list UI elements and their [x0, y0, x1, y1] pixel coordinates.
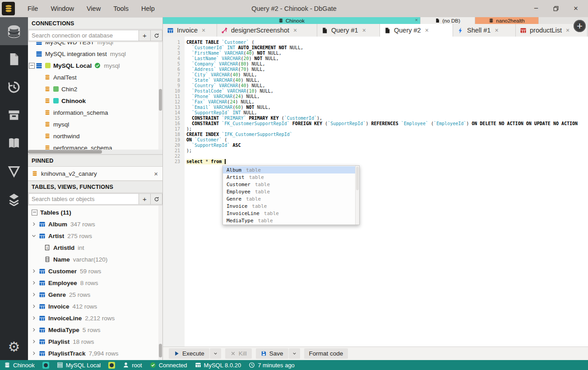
- tab-group--no-db-[interactable]: (no DB): [421, 17, 475, 24]
- close-tab-icon[interactable]: ×: [293, 27, 297, 34]
- tables-group-row[interactable]: Tables (11): [28, 206, 162, 218]
- unpin-close-icon[interactable]: ×: [154, 170, 158, 178]
- menu-view[interactable]: View: [82, 3, 105, 14]
- chevron-down-icon[interactable]: [31, 233, 37, 239]
- close-group-icon[interactable]: ×: [415, 17, 418, 23]
- statusbar-chinook[interactable]: Chinook: [4, 362, 35, 369]
- format-code-button[interactable]: Format code: [304, 348, 348, 359]
- menu-tools[interactable]: Tools: [109, 3, 133, 14]
- tab-group-chinook[interactable]: Chinook×: [163, 17, 421, 24]
- close-button[interactable]: ×: [572, 5, 580, 13]
- connections-search-input[interactable]: [28, 30, 139, 41]
- tab-group-nano2health[interactable]: nano2health: [475, 17, 539, 24]
- statusbar-connected[interactable]: Connected: [150, 362, 187, 369]
- restore-button[interactable]: [552, 5, 560, 13]
- table-customer[interactable]: Customer59 rows: [28, 265, 162, 277]
- statusbar-root[interactable]: root: [123, 362, 142, 369]
- close-tab-icon[interactable]: ×: [425, 27, 429, 34]
- table-playlisttrack[interactable]: PlaylistTrack7,994 rows: [28, 347, 162, 359]
- execute-button[interactable]: Execute: [169, 348, 209, 359]
- statusbar-7-minutes-ago[interactable]: 7 minutes ago: [249, 362, 295, 369]
- close-tab-icon[interactable]: ×: [566, 27, 569, 34]
- refresh-connections-button[interactable]: [151, 30, 162, 41]
- close-tab-icon[interactable]: ×: [495, 27, 498, 34]
- tab-shell-1[interactable]: Shell #1×: [453, 24, 516, 37]
- chevron-right-icon[interactable]: [31, 351, 37, 356]
- chevron-right-icon[interactable]: [31, 327, 37, 333]
- rail-book-icon[interactable]: [0, 129, 28, 157]
- collapse-box[interactable]: [32, 210, 37, 215]
- menu-window[interactable]: Window: [46, 3, 79, 14]
- chevron-right-icon[interactable]: [31, 315, 37, 321]
- autocomplete-item-invoiceline[interactable]: InvoiceLinetable: [223, 210, 359, 217]
- tab-query-1[interactable]: Query #1×: [317, 24, 380, 37]
- column-artistid[interactable]: 1ArtistIdint: [28, 242, 162, 253]
- connections-vscrollbar[interactable]: [158, 42, 162, 150]
- autocomplete-item-album[interactable]: Albumtable: [223, 166, 359, 173]
- add-table-button[interactable]: +: [139, 193, 151, 205]
- tab-query-2[interactable]: Query #2×: [380, 24, 453, 37]
- menu-help[interactable]: Help: [137, 3, 159, 14]
- collapse-box[interactable]: [28, 63, 36, 69]
- add-connection-button[interactable]: +: [139, 30, 151, 41]
- rail-database-icon[interactable]: [0, 17, 28, 45]
- autocomplete-scrollbar[interactable]: [355, 166, 359, 225]
- database-northwind[interactable]: northwind: [28, 130, 162, 142]
- database-chin2[interactable]: Chin2: [28, 83, 162, 95]
- database-analtest[interactable]: AnalTest: [28, 71, 162, 83]
- statusbar-color-swatch[interactable]: [42, 362, 49, 369]
- statusbar-mysql-local[interactable]: MySQL Local: [57, 362, 101, 369]
- rail-history-icon[interactable]: [0, 73, 28, 101]
- save-button[interactable]: Save: [256, 348, 288, 359]
- connections-hscrollbar[interactable]: [28, 150, 162, 155]
- new-tab-button[interactable]: +: [574, 20, 586, 32]
- column-name[interactable]: Namevarchar(120): [28, 253, 162, 265]
- table-genre[interactable]: Genre25 rows: [28, 289, 162, 300]
- close-tab-icon[interactable]: ×: [362, 27, 366, 34]
- close-tab-icon[interactable]: ×: [202, 27, 205, 34]
- table-artist[interactable]: Artist275 rows: [28, 230, 162, 242]
- pinned-item[interactable]: knihovna_v2_canary×: [28, 167, 162, 181]
- table-album[interactable]: Album347 rows: [28, 218, 162, 230]
- table-invoice[interactable]: Invoice412 rows: [28, 300, 162, 312]
- execute-dropdown-button[interactable]: [210, 348, 221, 359]
- rail-gear-icon[interactable]: ⚙: [0, 334, 28, 360]
- table-invoiceline[interactable]: InvoiceLine2,212 rows: [28, 312, 162, 324]
- chevron-right-icon[interactable]: [31, 339, 37, 344]
- autocomplete-item-mediatype[interactable]: MediaTypetable: [223, 217, 359, 224]
- database-information-schema[interactable]: information_schema: [28, 107, 162, 118]
- minimize-button[interactable]: −: [532, 5, 540, 13]
- tab-invoice[interactable]: Invoice×: [163, 24, 217, 37]
- sql-editor[interactable]: 1234567891011121314151617181920212223 CR…: [163, 37, 588, 347]
- database-mysql[interactable]: mysql: [28, 118, 162, 130]
- rail-archive-icon[interactable]: [0, 101, 28, 129]
- chevron-right-icon[interactable]: [31, 268, 37, 274]
- table-employee[interactable]: Employee8 rows: [28, 277, 162, 289]
- chevron-right-icon[interactable]: [31, 280, 37, 286]
- database-performance-schema[interactable]: performance_schema: [28, 142, 162, 150]
- chevron-right-icon[interactable]: [31, 292, 37, 297]
- autocomplete-item-genre[interactable]: Genretable: [223, 195, 359, 202]
- rail-layers-icon[interactable]: [0, 185, 28, 213]
- kill-button[interactable]: Kill: [225, 348, 252, 359]
- autocomplete-item-artist[interactable]: Artisttable: [223, 173, 359, 181]
- table-mediatype[interactable]: MediaType5 rows: [28, 324, 162, 336]
- tables-vscrollbar[interactable]: [158, 206, 162, 360]
- save-dropdown-button[interactable]: [289, 348, 300, 359]
- refresh-tables-button[interactable]: [151, 193, 162, 205]
- autocomplete-item-customer[interactable]: Customertable: [223, 181, 359, 188]
- menu-file[interactable]: File: [23, 3, 42, 14]
- tables-search-input[interactable]: [28, 193, 139, 205]
- rail-funnel-icon[interactable]: [0, 157, 28, 185]
- connection-mysql-wd-test[interactable]: MySQL WD TESTmysql: [28, 42, 162, 48]
- editor-code[interactable]: CREATE TABLE `Customer` ( `CustomerId` I…: [186, 40, 588, 164]
- chevron-right-icon[interactable]: [31, 304, 37, 309]
- database-chinook[interactable]: Chinook: [28, 95, 162, 107]
- chevron-right-icon[interactable]: [31, 221, 37, 227]
- statusbar-color-swatch[interactable]: [108, 362, 115, 369]
- table-playlist[interactable]: Playlist18 rows: [28, 336, 162, 347]
- tab-designerscreenshot[interactable]: designerScreenshot×: [217, 24, 317, 37]
- connection-mysql-local[interactable]: MySQL Localmysql: [28, 60, 162, 71]
- autocomplete-item-invoice[interactable]: Invoicetable: [223, 202, 359, 210]
- statusbar-mysql-8-0-20[interactable]: MySQL 8.0.20: [195, 362, 241, 369]
